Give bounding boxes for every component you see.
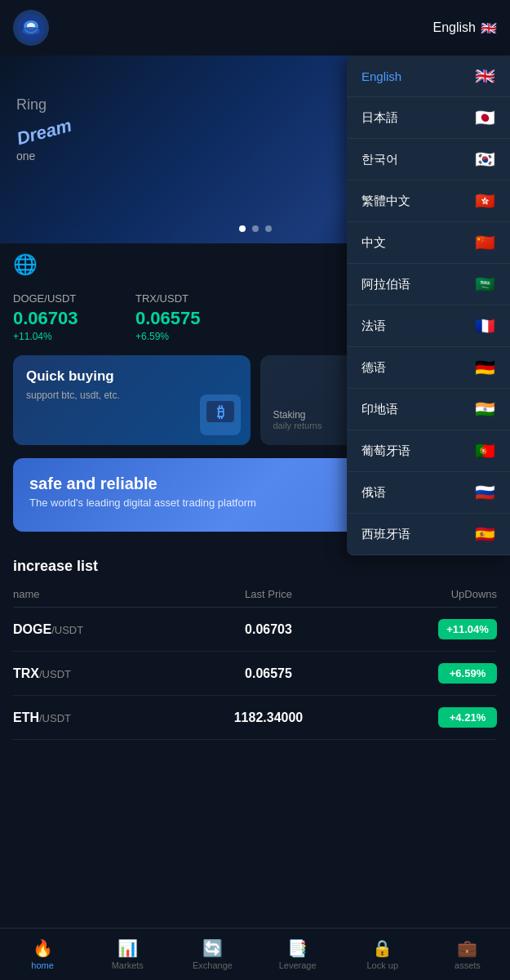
col-header-name: name — [13, 588, 175, 600]
svg-point-3 — [22, 27, 40, 35]
lang-label-9: 葡萄牙语 — [361, 443, 410, 459]
flag-8: 🇮🇳 — [475, 399, 495, 419]
banner-line3: one — [16, 149, 72, 163]
ticker-pair-doge: DOGE/USDT — [13, 292, 119, 305]
nav-exchange[interactable]: 🔄 Exchange — [170, 929, 255, 980]
nav-markets[interactable]: 📊 Markets — [85, 929, 170, 980]
quick-buying-card[interactable]: Quick buying support btc, usdt, etc. ₿ — [13, 355, 251, 445]
banner-text: Ring Dream one — [16, 96, 72, 163]
table-header: name Last Price UpDowns — [13, 585, 497, 608]
flag-uk-icon: 🇬🇧 — [481, 20, 497, 36]
lang-label-10: 俄语 — [361, 485, 386, 501]
flag-1: 🇯🇵 — [475, 108, 495, 127]
lang-option-10[interactable]: 俄语🇷🇺 — [347, 472, 510, 514]
globe-icon: 🌐 — [13, 253, 38, 276]
col-header-updowns: UpDowns — [362, 588, 497, 600]
lang-option-3[interactable]: 繁體中文🇭🇰 — [347, 180, 510, 222]
nav-assets-label: assets — [455, 960, 481, 970]
header: English 🇬🇧 English🇬🇧日本語🇯🇵한국어🇰🇷繁體中文🇭🇰中文🇨🇳… — [0, 0, 510, 56]
lang-option-2[interactable]: 한국어🇰🇷 — [347, 139, 510, 180]
banner-dots — [239, 225, 272, 232]
app-logo — [13, 10, 49, 46]
section-title-increase: increase list — [13, 558, 497, 575]
flag-2: 🇰🇷 — [475, 149, 495, 169]
ticker-change-doge: +11.04% — [13, 331, 119, 342]
coin-price-eth: 1182.34000 — [175, 710, 363, 725]
coin-name-trx: TRX/USDT — [13, 666, 175, 681]
flag-0: 🇬🇧 — [475, 66, 495, 86]
coin-name-eth: ETH/USDT — [13, 710, 175, 725]
table-row-trx[interactable]: TRX/USDT 0.06575 +6.59% — [13, 652, 497, 696]
nav-leverage-label: Leverage — [279, 960, 317, 970]
lang-option-6[interactable]: 法语🇫🇷 — [347, 305, 510, 347]
lang-label-1: 日本語 — [361, 110, 398, 126]
dot-3[interactable] — [265, 225, 272, 232]
lang-option-4[interactable]: 中文🇨🇳 — [347, 222, 510, 264]
language-label: English — [433, 20, 476, 35]
nav-exchange-label: Exchange — [193, 960, 233, 970]
flag-10: 🇷🇺 — [475, 483, 495, 502]
increase-list-section: increase list name Last Price UpDowns DO… — [0, 545, 510, 740]
flag-11: 🇪🇸 — [475, 524, 495, 544]
lang-option-11[interactable]: 西班牙语🇪🇸 — [347, 514, 510, 555]
banner-line1: Ring — [16, 96, 72, 114]
bottom-nav: 🔥 home 📊 Markets 🔄 Exchange 📑 Leverage 🔒… — [0, 928, 510, 980]
ticker-pair-trx: TRX/USDT — [135, 292, 242, 305]
lang-label-6: 法语 — [361, 318, 386, 334]
bitcoin-icon: ₿ — [200, 394, 241, 435]
lang-label-5: 阿拉伯语 — [361, 277, 410, 292]
lang-option-8[interactable]: 印地语🇮🇳 — [347, 389, 510, 430]
coin-name-doge: DOGE/USDT — [13, 622, 175, 637]
svg-text:₿: ₿ — [216, 404, 224, 421]
flag-3: 🇭🇰 — [475, 191, 495, 211]
coin-price-doge: 0.06703 — [175, 622, 363, 637]
badge-doge: +11.04% — [438, 619, 497, 639]
lang-label-7: 德语 — [361, 360, 386, 376]
lang-label-11: 西班牙语 — [361, 527, 410, 542]
lang-option-9[interactable]: 葡萄牙语🇵🇹 — [347, 430, 510, 472]
flag-6: 🇫🇷 — [475, 316, 495, 336]
lang-label-4: 中文 — [361, 235, 386, 251]
home-icon: 🔥 — [33, 938, 53, 958]
flag-9: 🇵🇹 — [475, 441, 495, 461]
flag-5: 🇸🇦 — [475, 274, 495, 294]
coin-price-trx: 0.06575 — [175, 666, 363, 681]
ticker-item-doge[interactable]: DOGE/USDT 0.06703 +11.04% — [13, 292, 119, 342]
col-header-price: Last Price — [175, 588, 363, 600]
markets-icon: 📊 — [118, 938, 138, 958]
flag-7: 🇩🇪 — [475, 358, 495, 377]
dot-1[interactable] — [239, 225, 246, 232]
ticker-price-doge: 0.06703 — [13, 308, 119, 329]
lang-option-5[interactable]: 阿拉伯语🇸🇦 — [347, 264, 510, 305]
lang-option-1[interactable]: 日本語🇯🇵 — [347, 97, 510, 139]
table-row-eth[interactable]: ETH/USDT 1182.34000 +4.21% — [13, 696, 497, 740]
language-button[interactable]: English 🇬🇧 — [433, 20, 497, 36]
nav-markets-label: Markets — [112, 960, 144, 970]
card-title-buying: Quick buying — [26, 368, 237, 385]
nav-lockup-label: Lock up — [367, 960, 399, 970]
lang-label-3: 繁體中文 — [361, 194, 410, 209]
nav-assets[interactable]: 💼 assets — [425, 929, 510, 980]
dot-2[interactable] — [252, 225, 259, 232]
banner-line2: Dream — [15, 115, 74, 150]
lockup-icon: 🔒 — [372, 938, 392, 958]
language-dropdown: English🇬🇧日本語🇯🇵한국어🇰🇷繁體中文🇭🇰中文🇨🇳阿拉伯语🇸🇦法语🇫🇷德… — [347, 56, 510, 555]
ticker-item-trx[interactable]: TRX/USDT 0.06575 +6.59% — [135, 292, 242, 342]
table-row-doge[interactable]: DOGE/USDT 0.06703 +11.04% — [13, 608, 497, 652]
lang-option-7[interactable]: 德语🇩🇪 — [347, 347, 510, 389]
leverage-icon: 📑 — [287, 938, 308, 958]
ticker-price-trx: 0.06575 — [135, 308, 242, 329]
exchange-icon: 🔄 — [202, 938, 223, 958]
nav-home-label: home — [31, 960, 54, 970]
nav-lockup[interactable]: 🔒 Lock up — [340, 929, 425, 980]
nav-leverage[interactable]: 📑 Leverage — [255, 929, 340, 980]
nav-home[interactable]: 🔥 home — [0, 929, 85, 980]
lang-option-0[interactable]: English🇬🇧 — [347, 56, 510, 97]
badge-eth: +4.21% — [438, 707, 497, 728]
lang-label-0: English — [361, 69, 401, 83]
ticker-change-trx: +6.59% — [135, 331, 242, 342]
lang-label-2: 한국어 — [361, 152, 398, 167]
badge-trx: +6.59% — [438, 663, 497, 684]
flag-4: 🇨🇳 — [475, 233, 495, 252]
assets-icon: 💼 — [457, 938, 477, 958]
